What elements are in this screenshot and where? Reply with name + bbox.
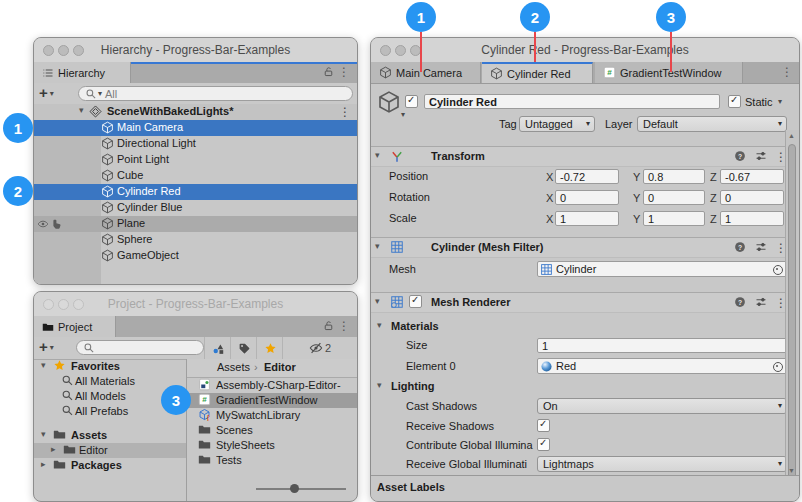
materials-size-field[interactable]: 1 <box>537 338 787 353</box>
receive-shadows-checkbox[interactable]: ✓ <box>537 419 550 432</box>
kebab-menu-icon[interactable]: ⋮ <box>338 65 350 79</box>
transform-header[interactable]: ▾ Transform ? ⋮ <box>371 146 785 167</box>
asset-labels-section[interactable]: Asset Labels <box>371 475 799 501</box>
chevron-down-icon[interactable]: ▾ <box>778 97 782 106</box>
add-button[interactable]: + ▾ <box>39 85 54 101</box>
foldout-closed-icon[interactable]: ▸ <box>41 459 46 469</box>
chevron-down-icon[interactable]: ▾ <box>401 110 405 119</box>
foldout-closed-icon[interactable]: ▸ <box>51 444 56 454</box>
tab-gradienttestwindow[interactable]: #GradientTestWindow <box>595 62 743 83</box>
hierarchy-search-input[interactable]: ▾ All <box>78 86 353 101</box>
preset-icon[interactable] <box>755 150 767 162</box>
foldout-open-icon[interactable]: ▾ <box>377 320 382 330</box>
foldout-open-icon[interactable]: ▾ <box>41 360 46 370</box>
pick-icon[interactable] <box>51 218 63 230</box>
project-file-stylesheets[interactable]: StyleSheets <box>187 438 357 453</box>
project-tree-item-editor[interactable]: ▸Editor <box>34 443 186 458</box>
gameobject-cube-icon[interactable] <box>377 90 401 114</box>
material-object-field[interactable]: Red <box>537 358 787 374</box>
project-tree-item-packages[interactable]: ▸Packages <box>34 458 186 473</box>
rotation-y-field[interactable]: 0 <box>643 190 705 205</box>
hierarchy-item-gameobject[interactable]: GameObject <box>34 248 357 264</box>
hidden-packages-button[interactable]: 2 <box>282 337 357 359</box>
preset-icon[interactable] <box>755 296 767 308</box>
hierarchy-titlebar[interactable]: Hierarchy - Progress-Bar-Examples <box>34 38 357 63</box>
inspector-titlebar[interactable]: Cylinder Red - Progress-Bar-Examples <box>371 38 799 63</box>
hierarchy-item-directional-light[interactable]: Directional Light <box>34 136 357 152</box>
breadcrumb-current[interactable]: Editor <box>264 361 296 373</box>
foldout-open-icon[interactable]: ▾ <box>79 105 84 115</box>
search-by-label-button[interactable] <box>230 337 257 359</box>
project-file-gradienttestwindow[interactable]: #GradientTestWindow <box>187 393 357 408</box>
mesh-renderer-header[interactable]: ▾ ✓ Mesh Renderer ? ⋮ <box>371 292 785 313</box>
thumbnail-zoom-slider[interactable] <box>256 488 346 490</box>
layer-dropdown[interactable]: Default▾ <box>637 116 787 132</box>
hierarchy-item-main-camera[interactable]: Main Camera <box>34 120 357 136</box>
inspector-scrollbar[interactable]: ▲ ▼ <box>785 130 799 476</box>
foldout-open-icon[interactable]: ▾ <box>375 241 380 251</box>
hierarchy-item-point-light[interactable]: Point Light <box>34 152 357 168</box>
project-file-myswatchlibrary[interactable]: {MySwatchLibrary <box>187 408 357 423</box>
rotation-z-field[interactable]: 0 <box>720 190 784 205</box>
project-search-input[interactable] <box>76 340 204 355</box>
tab-cylinder-red[interactable]: Cylinder Red <box>482 62 593 83</box>
foldout-open-icon[interactable]: ▾ <box>375 150 380 160</box>
gameobject-name-field[interactable]: Cylinder Red <box>424 94 720 109</box>
scroll-down-icon[interactable]: ▼ <box>788 467 795 474</box>
active-checkbox[interactable]: ✓ <box>405 95 418 108</box>
materials-foldout[interactable]: ▾ Materials <box>371 318 785 336</box>
tag-dropdown[interactable]: Untagged▾ <box>519 116 595 132</box>
favorites-filter-button[interactable] <box>256 337 283 359</box>
help-icon[interactable]: ? <box>734 296 746 308</box>
slider-knob[interactable] <box>290 484 299 493</box>
tab-main-camera[interactable]: Main Camera <box>371 62 481 83</box>
project-tree-item-favorites[interactable]: ▾Favorites <box>34 359 186 374</box>
hierarchy-item-cylinder-blue[interactable]: Cylinder Blue <box>34 200 357 216</box>
breadcrumb-root[interactable]: Assets <box>217 361 250 373</box>
kebab-menu-icon[interactable]: ⋮ <box>338 319 350 333</box>
foldout-open-icon[interactable]: ▾ <box>41 429 46 439</box>
foldout-open-icon[interactable]: ▾ <box>375 296 380 306</box>
position-x-field[interactable]: -0.72 <box>555 169 619 184</box>
project-file-scenes[interactable]: Scenes <box>187 423 357 438</box>
kebab-menu-icon[interactable]: ⋮ <box>339 105 351 119</box>
hierarchy-item-cylinder-red[interactable]: Cylinder Red <box>34 184 357 200</box>
hierarchy-item-sphere[interactable]: Sphere <box>34 232 357 248</box>
scale-z-field[interactable]: 1 <box>720 211 784 226</box>
mesh-object-field[interactable]: Cylinder <box>537 261 787 277</box>
preset-icon[interactable] <box>755 241 767 253</box>
kebab-menu-icon[interactable]: ⋮ <box>781 65 793 79</box>
hierarchy-item-plane[interactable]: Plane <box>34 216 357 232</box>
eye-icon[interactable] <box>37 218 49 230</box>
lock-icon[interactable] <box>322 65 335 78</box>
project-file-tests[interactable]: Tests <box>187 453 357 468</box>
static-checkbox[interactable]: ✓ <box>728 95 741 108</box>
component-enabled-checkbox[interactable]: ✓ <box>409 295 422 308</box>
contribute-gi-checkbox[interactable]: ✓ <box>537 438 550 451</box>
scale-y-field[interactable]: 1 <box>643 211 705 226</box>
receive-gi-dropdown[interactable]: Lightmaps▾ <box>537 456 787 472</box>
object-picker-icon[interactable] <box>773 362 783 372</box>
scene-row[interactable]: ▾ SceneWithBakedLights* ⋮ <box>34 104 357 121</box>
tab-hierarchy[interactable]: Hierarchy <box>34 62 131 83</box>
mesh-filter-header[interactable]: ▾ Cylinder (Mesh Filter) ? ⋮ <box>371 237 785 258</box>
hierarchy-item-cube[interactable]: Cube <box>34 168 357 184</box>
help-icon[interactable]: ? <box>734 150 746 162</box>
project-file-assembly-csharp-editor-[interactable]: Assembly-CSharp-Editor- <box>187 378 357 393</box>
rotation-x-field[interactable]: 0 <box>555 190 619 205</box>
lighting-foldout[interactable]: ▾ Lighting <box>371 378 785 396</box>
object-picker-icon[interactable] <box>773 265 783 275</box>
foldout-open-icon[interactable]: ▾ <box>377 380 382 390</box>
help-icon[interactable]: ? <box>734 241 746 253</box>
position-y-field[interactable]: 0.8 <box>643 169 705 184</box>
project-tree-item-assets[interactable]: ▾Assets <box>34 428 186 443</box>
cast-shadows-dropdown[interactable]: On▾ <box>537 398 787 414</box>
scroll-up-icon[interactable]: ▲ <box>788 132 795 139</box>
scrollbar-thumb[interactable] <box>788 144 796 499</box>
project-tree-item-all-materials[interactable]: All Materials <box>34 374 186 389</box>
add-button[interactable]: + ▾ <box>39 339 54 355</box>
project-titlebar[interactable]: Project - Progress-Bar-Examples <box>34 292 357 317</box>
tab-project[interactable]: Project <box>34 316 116 337</box>
lock-icon[interactable] <box>322 319 335 332</box>
position-z-field[interactable]: -0.67 <box>720 169 784 184</box>
